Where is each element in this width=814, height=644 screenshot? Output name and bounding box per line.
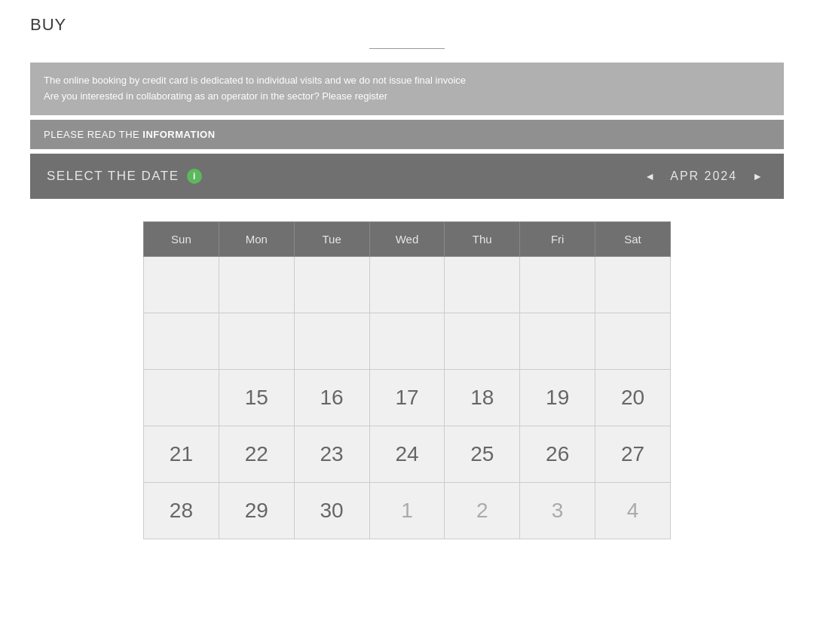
calendar-day-cell	[595, 256, 671, 313]
calendar-container: SunMonTueWedThuFriSat 151617181920212223…	[30, 221, 784, 539]
calendar-day-cell	[144, 256, 219, 313]
calendar-day-header: Mon	[219, 221, 294, 256]
calendar-day-cell[interactable]: 28	[144, 482, 219, 539]
calendar-day-cell	[144, 369, 219, 426]
calendar-week-row: 21222324252627	[144, 426, 671, 482]
info-banner: The online booking by credit card is ded…	[30, 63, 784, 115]
calendar-day-cell	[520, 313, 595, 369]
read-info-bold: INFORMATION	[142, 129, 215, 140]
calendar-day-cell[interactable]: 17	[369, 369, 445, 426]
calendar-day-header: Wed	[369, 221, 445, 256]
calendar-day-cell	[294, 313, 369, 369]
calendar-day-header: Fri	[520, 221, 595, 256]
calendar-day-header: Tue	[294, 221, 369, 256]
calendar-day-cell[interactable]: 22	[219, 426, 294, 482]
calendar-day-cell[interactable]: 29	[219, 482, 294, 539]
calendar-day-cell	[294, 256, 369, 313]
calendar-day-cell	[445, 256, 520, 313]
calendar-day-cell	[369, 313, 445, 369]
calendar-body: 151617181920212223242526272829301234	[144, 256, 671, 539]
calendar-day-cell	[219, 313, 294, 369]
date-select-bar: SELECT THE DATE i ◄ APR 2024 ►	[30, 154, 784, 199]
page-title: BUY	[30, 15, 784, 35]
calendar-day-cell	[219, 256, 294, 313]
calendar-header: SunMonTueWedThuFriSat	[144, 221, 671, 256]
calendar-day-cell[interactable]: 27	[595, 426, 671, 482]
calendar-day-header: Sun	[144, 221, 219, 256]
calendar-day-cell	[595, 313, 671, 369]
calendar-day-cell	[144, 313, 219, 369]
info-icon[interactable]: i	[187, 169, 202, 184]
calendar-day-header: Sat	[595, 221, 671, 256]
prev-month-arrow[interactable]: ◄	[640, 167, 659, 185]
calendar-week-row	[144, 256, 671, 313]
calendar-week-row: 151617181920	[144, 369, 671, 426]
calendar-day-cell[interactable]: 18	[445, 369, 520, 426]
divider	[369, 48, 445, 49]
calendar-day-cell[interactable]: 4	[595, 482, 671, 539]
calendar-day-cell[interactable]: 24	[369, 426, 445, 482]
calendar-day-cell[interactable]: 3	[520, 482, 595, 539]
calendar-day-cell[interactable]: 16	[294, 369, 369, 426]
calendar-table: SunMonTueWedThuFriSat 151617181920212223…	[143, 221, 671, 539]
calendar-day-cell	[520, 256, 595, 313]
month-label: APR 2024	[670, 169, 737, 183]
calendar-day-cell[interactable]: 1	[369, 482, 445, 539]
calendar-day-cell[interactable]: 26	[520, 426, 595, 482]
next-month-arrow[interactable]: ►	[748, 167, 767, 185]
calendar-day-cell[interactable]: 21	[144, 426, 219, 482]
calendar-week-row: 2829301234	[144, 482, 671, 539]
date-select-label: SELECT THE DATE	[47, 169, 179, 184]
calendar-day-cell[interactable]: 2	[445, 482, 520, 539]
calendar-day-cell[interactable]: 25	[445, 426, 520, 482]
calendar-header-row: SunMonTueWedThuFriSat	[144, 221, 671, 256]
calendar-day-cell	[369, 256, 445, 313]
info-line1: The online booking by credit card is ded…	[44, 73, 770, 89]
calendar-day-cell[interactable]: 19	[520, 369, 595, 426]
calendar-day-cell[interactable]: 30	[294, 482, 369, 539]
info-line2: Are you interested in collaborating as a…	[44, 89, 770, 105]
calendar-week-row	[144, 313, 671, 369]
calendar-day-cell[interactable]: 23	[294, 426, 369, 482]
calendar-day-cell[interactable]: 15	[219, 369, 294, 426]
calendar-day-header: Thu	[445, 221, 520, 256]
read-info-prefix: PLEASE READ THE	[44, 129, 142, 140]
date-select-left: SELECT THE DATE i	[47, 169, 202, 184]
calendar-day-cell[interactable]: 20	[595, 369, 671, 426]
read-info-banner[interactable]: PLEASE READ THE INFORMATION	[30, 120, 784, 149]
month-nav: ◄ APR 2024 ►	[640, 167, 767, 185]
calendar-day-cell	[445, 313, 520, 369]
